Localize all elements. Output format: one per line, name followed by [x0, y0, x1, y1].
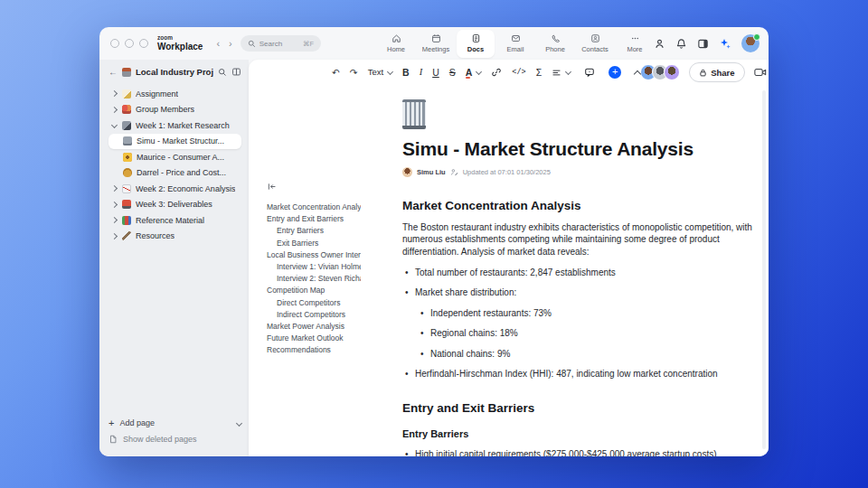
- sidebar-item-simu-doc[interactable]: Simu - Market Structur...: [108, 134, 241, 150]
- close-window-button[interactable]: [110, 39, 119, 48]
- user-avatar[interactable]: [741, 34, 760, 52]
- tab-email[interactable]: Email: [496, 30, 534, 58]
- bullet-text: Market share distribution:: [415, 287, 516, 297]
- toc-item[interactable]: Local Business Owner Intervie...: [267, 249, 361, 261]
- sidebar-item-reference-material[interactable]: Reference Material: [108, 212, 241, 229]
- underline-button[interactable]: U: [432, 68, 439, 78]
- search-shortcut: ⌘F: [303, 40, 314, 48]
- back-arrow-icon[interactable]: ←: [108, 67, 118, 77]
- tab-more[interactable]: More: [616, 30, 654, 58]
- document-body[interactable]: Simu - Market Structure Analysis Simu Li…: [402, 85, 753, 456]
- section-heading[interactable]: Market Concentration Analysis: [402, 199, 753, 212]
- collapse-outline-icon[interactable]: [267, 179, 361, 195]
- section-subheading[interactable]: Entry Barriers: [402, 428, 753, 439]
- text-color-dropdown[interactable]: A: [466, 68, 482, 78]
- nav-forward-button[interactable]: ›: [224, 38, 237, 49]
- bullet-item[interactable]: Regional chains: 18%: [418, 327, 753, 339]
- toc-item[interactable]: Competition Map: [267, 285, 361, 296]
- last-updated-text: Updated at 07:01 01/30/2025: [463, 168, 551, 176]
- text-style-dropdown[interactable]: Text: [368, 68, 392, 77]
- tab-meetings[interactable]: Meetings: [417, 30, 455, 58]
- sidebar-item-resources[interactable]: Resources: [108, 229, 241, 245]
- redo-button[interactable]: ↷: [350, 68, 358, 78]
- author-avatar: [402, 167, 412, 177]
- notifications-bell-icon[interactable]: [675, 38, 687, 50]
- italic-button[interactable]: I: [420, 68, 423, 78]
- tab-label: Meetings: [422, 45, 449, 53]
- scrollbar-track[interactable]: [762, 90, 766, 449]
- toc-item[interactable]: Indirect Competitors: [267, 309, 361, 321]
- collapse-sidebar-icon[interactable]: [231, 67, 241, 77]
- share-button[interactable]: Share: [689, 62, 744, 82]
- tab-home[interactable]: Home: [377, 30, 415, 58]
- section-heading[interactable]: Entry and Exit Barriers: [402, 401, 753, 415]
- sidebar-item-assignment[interactable]: Assignment: [108, 86, 241, 102]
- sidebar-search-icon[interactable]: [218, 68, 227, 77]
- bullet-text: Regional chains: 18%: [430, 328, 518, 338]
- sidebar-item-week2[interactable]: Week 2: Economic Analysis: [108, 181, 241, 197]
- bullet-item[interactable]: High initial capital requirements ($275,…: [402, 448, 753, 456]
- sidebar-item-week1[interactable]: Week 1: Market Research: [108, 117, 241, 134]
- chevron-right-icon[interactable]: [110, 108, 118, 112]
- add-page-button[interactable]: + Add page: [108, 415, 241, 431]
- show-deleted-pages-label: Show deleted pages: [123, 435, 197, 444]
- toc-item[interactable]: Exit Barriers: [267, 238, 361, 249]
- text-style-label: Text: [368, 68, 383, 77]
- bullet-item[interactable]: Total number of restaurants: 2,847 estab…: [402, 267, 753, 278]
- panel-toggle-icon[interactable]: [697, 38, 709, 50]
- link-icon[interactable]: [491, 67, 502, 78]
- toc-item[interactable]: Direct Competitors: [267, 297, 361, 309]
- nav-back-button[interactable]: ‹: [212, 38, 224, 49]
- toc-item[interactable]: Interview 1: Vivian Holmes, ...: [267, 261, 361, 273]
- global-search-input[interactable]: Search ⌘F: [241, 35, 321, 52]
- comment-icon[interactable]: [584, 67, 595, 78]
- bullet-item[interactable]: National chains: 9%: [418, 348, 753, 360]
- toc-item[interactable]: Entry Barriers: [267, 225, 361, 237]
- bullet-item[interactable]: Independent restaurants: 73%: [418, 307, 753, 319]
- tab-docs[interactable]: Docs: [457, 30, 495, 58]
- sidebar-item-week3[interactable]: Week 3: Deliverables: [108, 197, 241, 213]
- chevron-down-icon[interactable]: [237, 421, 241, 426]
- bullet-item[interactable]: Market share distribution:: [402, 286, 753, 298]
- tab-contacts[interactable]: Contacts: [576, 30, 614, 58]
- document-actions: Share ···: [640, 62, 769, 82]
- insert-add-button[interactable]: +: [609, 66, 621, 79]
- formula-button[interactable]: Σ: [536, 68, 542, 78]
- sidebar-item-darrel-doc[interactable]: Darrel - Price and Cost...: [108, 165, 241, 182]
- chevron-right-icon[interactable]: [110, 234, 118, 239]
- chevron-down-icon[interactable]: [110, 123, 118, 127]
- toc-item[interactable]: Market Concentration Analysis: [267, 202, 361, 213]
- strikethrough-button[interactable]: S: [449, 68, 456, 78]
- ai-companion-sparkle-icon[interactable]: [719, 37, 731, 50]
- chevron-right-icon[interactable]: [110, 91, 118, 96]
- video-camera-icon[interactable]: [754, 67, 767, 78]
- list-format-dropdown[interactable]: [552, 68, 571, 78]
- chevron-right-icon[interactable]: [110, 218, 118, 222]
- toc-item[interactable]: Recommendations: [267, 344, 361, 356]
- sidebar-item-maurice-doc[interactable]: Maurice - Consumer A...: [108, 149, 241, 165]
- toc-item[interactable]: Future Market Outlook: [267, 333, 361, 344]
- tab-phone[interactable]: Phone: [536, 30, 574, 58]
- section-paragraph[interactable]: The Boston restaurant industry exhibits …: [402, 221, 753, 258]
- bold-button[interactable]: B: [402, 68, 410, 78]
- show-deleted-pages-button[interactable]: Show deleted pages: [108, 431, 241, 447]
- email-icon: [511, 33, 521, 43]
- sunflower-icon: [123, 153, 132, 162]
- profile-icon[interactable]: [654, 38, 665, 50]
- minimize-window-button[interactable]: [125, 39, 134, 48]
- code-button[interactable]: </>: [512, 69, 525, 77]
- app-tabs: Home Meetings Docs Email Phone Contacts: [377, 30, 654, 58]
- toc-item[interactable]: Market Power Analysis: [267, 321, 361, 333]
- sidebar-item-group-members[interactable]: Group Members: [108, 102, 241, 118]
- chevron-right-icon[interactable]: [110, 202, 118, 207]
- document-title[interactable]: Simu - Market Structure Analysis: [402, 138, 753, 160]
- bullet-text: Herfindahl-Hirschman Index (HHI): 487, i…: [415, 369, 718, 379]
- toc-item[interactable]: Entry and Exit Barriers: [267, 213, 361, 225]
- zoom-window-button[interactable]: [139, 39, 148, 48]
- bullet-item[interactable]: Herfindahl-Hirschman Index (HHI): 487, i…: [402, 368, 753, 380]
- chevron-right-icon[interactable]: [110, 186, 118, 191]
- collaborator-avatar[interactable]: [664, 64, 680, 80]
- undo-button[interactable]: ↶: [332, 68, 340, 78]
- toc-item[interactable]: Interview 2: Steven Richard...: [267, 273, 361, 285]
- sidebar-footer: + Add page Show deleted pages: [108, 415, 241, 447]
